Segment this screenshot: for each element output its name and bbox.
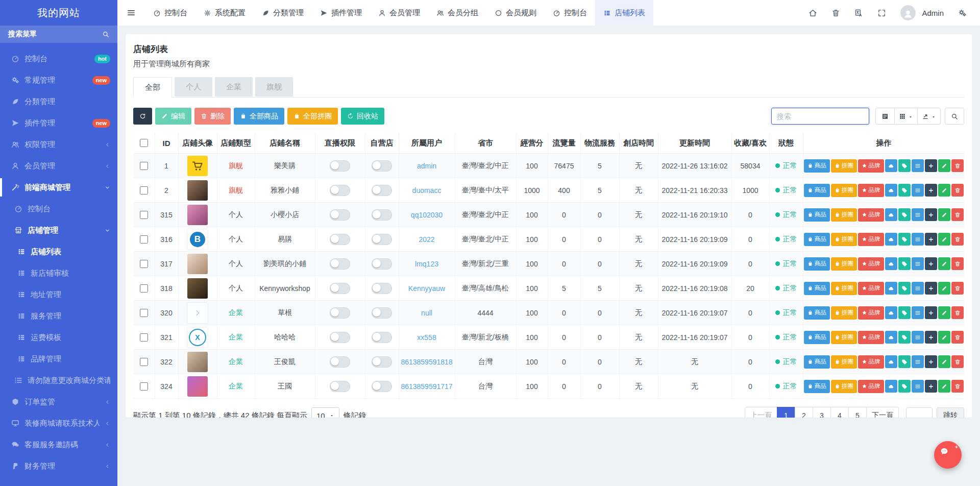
row-groupon-button[interactable]: 拼團 xyxy=(831,282,857,295)
row-detail-button[interactable] xyxy=(912,282,924,295)
sidebar-item-brand[interactable]: 品牌管理 xyxy=(0,348,117,370)
select-all-checkbox[interactable] xyxy=(140,139,148,147)
refresh-button[interactable] xyxy=(133,108,152,125)
row-brand-button[interactable]: 品牌 xyxy=(858,233,884,246)
row-detail-button[interactable] xyxy=(912,380,924,393)
sidebar-item-shop-audit[interactable]: 新店铺审核 xyxy=(0,262,117,284)
row-checkbox[interactable] xyxy=(140,260,148,268)
row-brand-button[interactable]: 品牌 xyxy=(858,159,884,173)
row-brand-button[interactable]: 品牌 xyxy=(858,331,884,344)
row-edit-button[interactable] xyxy=(938,331,950,344)
row-delete-button[interactable] xyxy=(951,159,964,172)
row-detail-button[interactable] xyxy=(912,184,924,197)
sidebar-item-finance[interactable]: 财务管理 xyxy=(0,455,117,477)
row-add-button[interactable] xyxy=(925,306,937,319)
row-detail-button[interactable] xyxy=(912,355,924,368)
sidebar-item-freight[interactable]: 运费模板 xyxy=(0,327,117,348)
live-permission-toggle[interactable] xyxy=(330,185,350,196)
row-cloud-button[interactable] xyxy=(885,257,897,270)
row-edit-button[interactable] xyxy=(938,208,950,221)
live-permission-toggle[interactable] xyxy=(330,307,350,319)
support-chat-button[interactable] xyxy=(934,441,962,469)
topnav-tab-addon[interactable]: 插件管理 xyxy=(312,0,370,26)
row-delete-button[interactable] xyxy=(951,355,964,368)
row-add-button[interactable] xyxy=(925,159,937,172)
topnav-tab-category[interactable]: 分類管理 xyxy=(254,0,312,26)
row-checkbox[interactable] xyxy=(140,284,148,293)
row-edit-button[interactable] xyxy=(938,159,950,172)
row-cloud-button[interactable] xyxy=(885,159,897,172)
row-delete-button[interactable] xyxy=(951,282,964,295)
all-groupon-button[interactable]: 全部拼團 xyxy=(287,108,338,125)
self-run-toggle[interactable] xyxy=(372,307,392,319)
sidebar-item-dashboard[interactable]: 控制台hot xyxy=(0,48,117,69)
all-goods-button[interactable]: 全部商品 xyxy=(234,108,284,125)
row-edit-button[interactable] xyxy=(938,184,950,197)
row-groupon-button[interactable]: 拼團 xyxy=(831,331,857,344)
row-groupon-button[interactable]: 拼團 xyxy=(831,184,857,197)
row-checkbox[interactable] xyxy=(140,382,148,391)
row-delete-button[interactable] xyxy=(951,331,964,344)
page-jump-input[interactable] xyxy=(906,407,933,418)
sidebar-item-mall[interactable]: 前端商城管理 xyxy=(0,177,117,198)
row-checkbox[interactable] xyxy=(140,358,148,366)
live-permission-toggle[interactable] xyxy=(330,209,350,221)
row-checkbox[interactable] xyxy=(140,235,148,244)
owner-user-link[interactable]: qq102030 xyxy=(411,211,443,219)
delete-button[interactable]: 删除 xyxy=(194,108,231,125)
row-groupon-button[interactable]: 拼團 xyxy=(831,159,857,173)
row-goods-button[interactable]: 商品 xyxy=(804,184,830,197)
row-groupon-button[interactable]: 拼團 xyxy=(831,355,857,369)
row-checkbox[interactable] xyxy=(140,211,148,219)
live-permission-toggle[interactable] xyxy=(330,356,350,368)
row-add-button[interactable] xyxy=(925,208,937,221)
self-run-toggle[interactable] xyxy=(372,209,392,221)
row-add-button[interactable] xyxy=(925,257,937,270)
row-groupon-button[interactable]: 拼團 xyxy=(831,233,857,246)
page-next-button[interactable]: 下一頁 xyxy=(866,407,899,418)
row-brand-button[interactable]: 品牌 xyxy=(858,355,884,369)
row-cloud-button[interactable] xyxy=(885,282,897,295)
owner-user-link[interactable]: null xyxy=(421,309,432,317)
page-5-button[interactable]: 5 xyxy=(848,407,867,418)
topnav-tab-member-rule[interactable]: 会员规则 xyxy=(486,0,545,26)
row-cloud-button[interactable] xyxy=(885,331,897,344)
sidebar-item-shop-manage[interactable]: 店铺管理 xyxy=(0,220,117,241)
row-checkbox[interactable] xyxy=(140,162,148,170)
live-permission-toggle[interactable] xyxy=(330,234,350,245)
sidebar-item-general[interactable]: 常规管理new xyxy=(0,69,117,91)
owner-user-link[interactable]: xx558 xyxy=(417,333,436,342)
tab-全部[interactable]: 全部 xyxy=(133,77,172,98)
row-edit-button[interactable] xyxy=(938,233,950,246)
recycle-button[interactable]: 回收站 xyxy=(341,108,384,125)
row-brand-button[interactable]: 品牌 xyxy=(858,184,884,197)
menu-toggle-icon[interactable] xyxy=(117,8,145,17)
row-groupon-button[interactable]: 拼團 xyxy=(831,208,857,222)
row-detail-button[interactable] xyxy=(912,331,924,344)
owner-user-link[interactable]: 8613859591717 xyxy=(401,382,452,391)
settings-button[interactable] xyxy=(958,9,967,17)
row-add-button[interactable] xyxy=(925,233,937,246)
owner-user-link[interactable]: 2022 xyxy=(419,235,434,244)
row-add-button[interactable] xyxy=(925,331,937,344)
topnav-tab-console-2[interactable]: 控制台 xyxy=(545,0,595,26)
row-detail-button[interactable] xyxy=(912,233,924,246)
row-cloud-button[interactable] xyxy=(885,184,897,197)
row-detail-button[interactable] xyxy=(912,159,924,172)
fullscreen-button[interactable] xyxy=(877,9,886,17)
row-checkbox[interactable] xyxy=(140,186,148,195)
row-brand-button[interactable]: 品牌 xyxy=(858,282,884,295)
row-delete-button[interactable] xyxy=(951,233,964,246)
row-delete-button[interactable] xyxy=(951,306,964,319)
row-brand-button[interactable]: 品牌 xyxy=(858,306,884,320)
row-brand-button[interactable]: 品牌 xyxy=(858,380,884,393)
row-add-button[interactable] xyxy=(925,380,937,393)
sidebar-item-mall-dashboard[interactable]: 控制台 xyxy=(0,198,117,220)
user-name[interactable]: Admin xyxy=(922,9,944,17)
sidebar-item-address[interactable]: 地址管理 xyxy=(0,284,117,305)
tab-个人[interactable]: 个人 xyxy=(175,77,212,96)
row-checkbox[interactable] xyxy=(140,333,148,342)
row-detail-button[interactable] xyxy=(912,257,924,270)
row-tag-button[interactable] xyxy=(898,257,911,270)
row-tag-button[interactable] xyxy=(898,184,911,197)
